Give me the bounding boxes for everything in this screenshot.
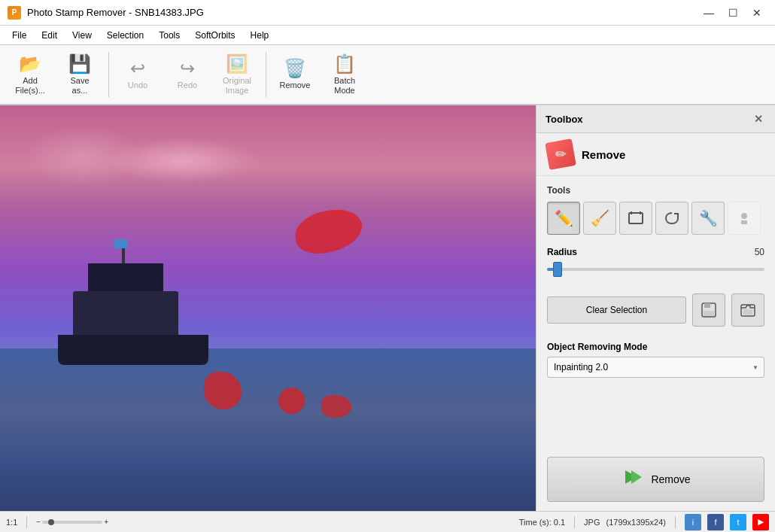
radius-label-row: Radius 50: [547, 247, 764, 257]
redo-button[interactable]: ↪ Redo: [163, 49, 211, 100]
zoom-plus-icon[interactable]: +: [104, 518, 108, 526]
batch-mode-button[interactable]: 📋 Batch Mode: [321, 49, 369, 100]
add-files-label: Add File(s)...: [15, 76, 45, 96]
info-button[interactable]: i: [685, 514, 701, 530]
toolbar-sep-2: [266, 52, 266, 97]
toolbox-close-button[interactable]: ✕: [751, 111, 766, 126]
save-as-label: Save as...: [70, 76, 89, 96]
boat-cabin: [73, 291, 178, 336]
slider-thumb[interactable]: [553, 262, 562, 277]
run-remove-label: Remove: [651, 473, 690, 485]
status-right: Time (s): 0.1 JPG (1799x1395x24) i f t ▶: [519, 514, 769, 530]
title-bar-left: P Photo Stamp Remover - SNB14383.JPG: [8, 6, 204, 20]
zoom-level: 1:1: [6, 518, 17, 527]
tool-eraser[interactable]: 🧹: [583, 202, 616, 235]
mode-select[interactable]: Inpainting 2.0 Inpainting 1.0 Content-Aw…: [547, 357, 764, 378]
svg-rect-0: [629, 213, 643, 223]
mode-select-wrapper: Inpainting 2.0 Inpainting 1.0 Content-Aw…: [547, 357, 764, 378]
tool-rectangle[interactable]: [619, 202, 652, 235]
svg-rect-6: [704, 303, 710, 308]
menu-help[interactable]: Help: [245, 28, 275, 43]
cloud-2: [27, 126, 140, 186]
boat: [43, 252, 223, 365]
status-sep-1: [26, 516, 27, 528]
app-icon: P: [8, 6, 21, 20]
load-mask-button[interactable]: [731, 293, 764, 327]
tool-stamp[interactable]: [728, 202, 761, 235]
zoom-slider[interactable]: − +: [36, 518, 108, 526]
youtube-button[interactable]: ▶: [752, 514, 769, 530]
radius-value: 50: [755, 247, 764, 257]
tool-pencil[interactable]: ✏️: [547, 202, 580, 235]
slider-track: [547, 268, 764, 271]
zoom-minus-icon[interactable]: −: [36, 518, 41, 526]
undo-button[interactable]: ↩ Undo: [114, 49, 162, 100]
selection-blob-4: [321, 395, 351, 418]
water: [0, 348, 536, 511]
zoom-slider-track[interactable]: [42, 521, 102, 524]
tool-wand[interactable]: 🔧: [691, 202, 725, 235]
selection-blob-2: [204, 372, 242, 409]
maximize-button[interactable]: ☐: [722, 5, 743, 21]
title-bar: P Photo Stamp Remover - SNB14383.JPG — ☐…: [0, 0, 775, 26]
toolbox-remove-header: ✏ Remove: [536, 133, 775, 176]
svg-rect-9: [743, 309, 752, 315]
boat-flag: [114, 239, 128, 248]
boat-cabin-upper: [88, 263, 163, 293]
status-sep-3: [675, 516, 676, 528]
status-sep-2: [574, 516, 575, 528]
facebook-button[interactable]: f: [707, 514, 724, 530]
toolbar: 📂 Add File(s)... 💾 Save as... ↩ Undo ↪ R…: [0, 45, 775, 105]
tools-section: Tools ✏️ 🧹 🔧: [536, 176, 775, 247]
mode-label: Object Removing Mode: [547, 342, 764, 352]
menu-softorbits[interactable]: SoftOrbits: [189, 28, 241, 43]
add-files-button[interactable]: 📂 Add File(s)...: [6, 49, 54, 100]
menu-tools[interactable]: Tools: [153, 28, 186, 43]
menu-edit[interactable]: Edit: [35, 28, 63, 43]
save-mask-button[interactable]: [692, 293, 725, 327]
canvas-area[interactable]: [0, 105, 536, 511]
main-area: Toolbox ✕ ✏ Remove Tools ✏️ 🧹 🔧: [0, 105, 775, 511]
window-title: Photo Stamp Remover - SNB14383.JPG: [27, 7, 204, 18]
remove-label: Remove: [280, 81, 311, 90]
svg-rect-7: [704, 311, 714, 316]
dimensions-label: (1799x1395x24): [606, 518, 666, 527]
menu-selection[interactable]: Selection: [101, 28, 150, 43]
remove-button[interactable]: 🗑️ Remove: [271, 49, 319, 100]
save-as-icon: 💾: [68, 53, 91, 74]
menu-file[interactable]: File: [6, 28, 32, 43]
minimize-button[interactable]: —: [698, 5, 719, 21]
window-controls: — ☐ ✕: [698, 5, 767, 21]
toolbox-panel: Toolbox ✕ ✏ Remove Tools ✏️ 🧹 🔧: [536, 105, 775, 511]
menu-bar: File Edit View Selection Tools SoftOrbit…: [0, 26, 775, 45]
radius-label: Radius: [547, 247, 577, 257]
undo-icon: ↩: [130, 58, 145, 79]
radius-section: Radius 50: [536, 247, 775, 286]
remove-btn-area: Remove: [536, 448, 775, 511]
action-area: Clear Selection: [536, 286, 775, 334]
redo-icon: ↪: [180, 58, 195, 79]
menu-view[interactable]: View: [66, 28, 98, 43]
twitter-button[interactable]: t: [730, 514, 746, 530]
redo-label: Redo: [178, 81, 197, 90]
undo-label: Undo: [128, 81, 147, 90]
selection-blob-3: [278, 388, 305, 414]
radius-slider[interactable]: [547, 262, 764, 277]
add-files-icon: 📂: [19, 53, 41, 74]
tool-lasso[interactable]: [655, 202, 688, 235]
original-image-label: Original Image: [223, 76, 251, 96]
tools-row: ✏️ 🧹 🔧: [547, 202, 764, 235]
save-as-button[interactable]: 💾 Save as...: [56, 49, 104, 100]
svg-rect-4: [741, 220, 747, 224]
svg-point-3: [741, 213, 747, 219]
close-button[interactable]: ✕: [746, 5, 767, 21]
clear-selection-button[interactable]: Clear Selection: [547, 296, 686, 324]
zoom-slider-thumb[interactable]: [48, 519, 54, 525]
run-remove-button[interactable]: Remove: [547, 457, 764, 502]
tools-label: Tools: [547, 185, 764, 196]
batch-mode-label: Batch Mode: [334, 76, 355, 96]
original-image-button[interactable]: 🖼️ Original Image: [213, 49, 261, 100]
remove-header-label: Remove: [582, 148, 625, 161]
remove-icon: 🗑️: [284, 58, 306, 79]
format-label: JPG: [584, 518, 600, 527]
